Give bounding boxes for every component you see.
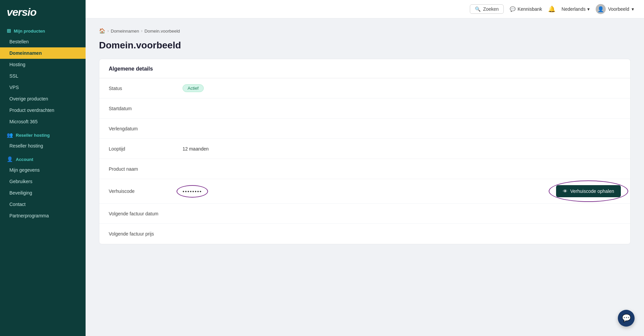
details-card: Algemene details Status Actief Startdatu…: [99, 59, 631, 244]
card-header: Algemene details: [99, 59, 630, 78]
sidebar-item-gebruikers[interactable]: Gebruikers: [0, 176, 86, 187]
chevron-down-icon: ▾: [587, 6, 590, 12]
factuur-prijs-row: Volgende factuur prijs: [99, 224, 630, 244]
search-label: Zoeken: [483, 6, 499, 12]
sidebar: versio ⊞ Mijn producten Bestellen Domein…: [0, 0, 86, 336]
kennisbank-label: Kennisbank: [517, 6, 542, 12]
content-area: 🏠 › Domeinnamen › Domein.voorbeeld Domei…: [86, 18, 644, 336]
status-row: Status Actief: [99, 78, 630, 98]
reseller-icon: 👥: [7, 132, 13, 138]
breadcrumb-current: Domein.voorbeeld: [145, 29, 180, 34]
verlengdatum-label: Verlengdatum: [109, 126, 183, 131]
language-selector[interactable]: Nederlands ▾: [561, 6, 590, 12]
search-icon: 🔍: [475, 6, 481, 12]
sidebar-item-overige-producten[interactable]: Overige producten: [0, 93, 86, 104]
ophalen-wrapper: 👁 Verhuiscode ophalen: [556, 185, 621, 197]
section-account: 👤 Account: [0, 152, 86, 164]
verhuiscode-row: Verhuiscode •••••••• 👁 Verhuiscode ophal…: [99, 179, 630, 204]
page-title: Domein.voorbeeld: [99, 40, 631, 51]
search-button[interactable]: 🔍 Zoeken: [470, 4, 504, 14]
sidebar-item-reseller-hosting[interactable]: Reseller hosting: [0, 140, 86, 152]
sidebar-item-partnerprogramma[interactable]: Partnerprogramma: [0, 210, 86, 221]
breadcrumb-domeinnamen[interactable]: Domeinnamen: [111, 29, 139, 34]
user-label: Voorbeeld: [608, 6, 629, 12]
sidebar-item-vps[interactable]: VPS: [0, 82, 86, 93]
sidebar-item-ssl[interactable]: SSL: [0, 70, 86, 82]
verhuiscode-label: Verhuiscode: [109, 188, 183, 194]
looptijd-row: Looptijd 12 maanden: [99, 139, 630, 159]
status-badge: Actief: [183, 84, 204, 92]
sidebar-item-bestellen[interactable]: Bestellen: [0, 36, 86, 47]
product-naam-row: Product naam: [99, 159, 630, 179]
logo: versio: [0, 0, 86, 23]
topnav: 🔍 Zoeken 💬 Kennisbank 🔔 Nederlands ▾ 👤 V…: [86, 0, 644, 18]
breadcrumb-chevron-2: ›: [141, 29, 143, 33]
notification-bell[interactable]: 🔔: [548, 5, 555, 13]
breadcrumb-chevron-1: ›: [107, 29, 109, 33]
verhuiscode-ophalen-button[interactable]: 👁 Verhuiscode ophalen: [556, 185, 621, 197]
chat-button[interactable]: 💬: [618, 310, 635, 327]
looptijd-label: Looptijd: [109, 146, 183, 152]
lang-label: Nederlands: [561, 6, 586, 12]
section-my-products: ⊞ Mijn producten: [0, 23, 86, 36]
section-reseller: 👥 Reseller hosting: [0, 127, 86, 140]
factuur-datum-row: Volgende factuur datum: [99, 204, 630, 224]
user-menu[interactable]: 👤 Voorbeeld ▾: [596, 4, 634, 14]
kennisbank-link[interactable]: 💬 Kennisbank: [510, 6, 542, 12]
main: 🔍 Zoeken 💬 Kennisbank 🔔 Nederlands ▾ 👤 V…: [86, 0, 644, 336]
verhuiscode-masked: ••••••••: [183, 188, 202, 194]
startdatum-row: Startdatum: [99, 98, 630, 119]
avatar: 👤: [596, 4, 606, 14]
product-naam-label: Product naam: [109, 166, 183, 172]
my-products-icon: ⊞: [7, 28, 11, 34]
ophalen-label: Verhuiscode ophalen: [570, 188, 614, 194]
kennisbank-icon: 💬: [510, 6, 515, 12]
sidebar-item-product-overdrachten[interactable]: Product overdrachten: [0, 104, 86, 116]
verhuiscode-field: ••••••••: [183, 188, 556, 194]
factuur-datum-label: Volgende factuur datum: [109, 211, 183, 216]
home-icon[interactable]: 🏠: [99, 28, 105, 34]
sidebar-item-mijn-gegevens[interactable]: Mijn gegevens: [0, 164, 86, 176]
sidebar-item-contact[interactable]: Contact: [0, 199, 86, 210]
verhuiscode-action: 👁 Verhuiscode ophalen: [556, 185, 621, 197]
status-label: Status: [109, 86, 183, 91]
startdatum-label: Startdatum: [109, 106, 183, 111]
user-chevron-icon: ▾: [632, 6, 634, 12]
verhuiscode-dots: ••••••••: [183, 188, 202, 194]
status-value: Actief: [183, 84, 621, 92]
sidebar-item-hosting[interactable]: Hosting: [0, 59, 86, 70]
sidebar-item-microsoft-365[interactable]: Microsoft 365: [0, 116, 86, 127]
eye-icon: 👁: [563, 188, 567, 194]
sidebar-item-beveiliging[interactable]: Beveiliging: [0, 187, 86, 199]
factuur-prijs-label: Volgende factuur prijs: [109, 231, 183, 237]
account-icon: 👤: [7, 156, 13, 162]
breadcrumb: 🏠 › Domeinnamen › Domein.voorbeeld: [99, 28, 631, 34]
looptijd-value: 12 maanden: [183, 146, 621, 152]
verlengdatum-row: Verlengdatum: [99, 119, 630, 139]
sidebar-item-domeinnamen[interactable]: Domeinnamen: [0, 47, 86, 59]
